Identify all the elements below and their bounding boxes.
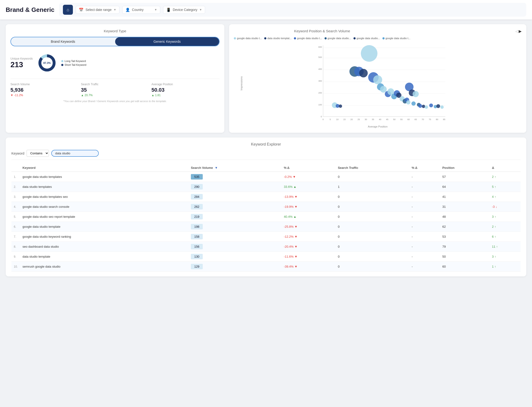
row-sv-change: 33.6% ▲ bbox=[281, 182, 335, 192]
table-body: 1. google data studio templates 535 -0.2… bbox=[11, 172, 521, 272]
main-content: Keyword Type Brand Keywords Generic Keyw… bbox=[0, 19, 532, 281]
row-num: 8. bbox=[11, 242, 20, 252]
search-traffic-label: Search Traffic bbox=[81, 83, 149, 86]
generic-keywords-button[interactable]: Generic Keywords bbox=[115, 37, 219, 46]
row-position: 50 bbox=[440, 252, 490, 262]
row-pos-delta: 2 ↑ bbox=[490, 222, 521, 232]
row-traffic-change: - bbox=[409, 262, 440, 272]
row-traffic-change: - bbox=[409, 202, 440, 212]
legend-item-6: google data studio t... bbox=[382, 37, 410, 40]
location-icon: 👤 bbox=[125, 8, 130, 12]
avg-position-block: Average Position 50.03 ▲ 1.81 bbox=[151, 83, 220, 97]
row-traffic: 0 bbox=[335, 202, 409, 212]
row-num: 3. bbox=[11, 192, 20, 202]
svg-text:50: 50 bbox=[393, 118, 395, 121]
row-search-volume: 290 bbox=[188, 182, 281, 192]
svg-point-55 bbox=[406, 100, 410, 104]
row-traffic: 0 bbox=[335, 242, 409, 252]
svg-point-62 bbox=[422, 105, 425, 108]
prev-arrow[interactable]: ◁ bbox=[515, 29, 518, 33]
row-position: 41 bbox=[440, 192, 490, 202]
home-icon: ⌂ bbox=[67, 7, 69, 12]
svg-text:45: 45 bbox=[386, 118, 388, 121]
chevron-down-icon: ▼ bbox=[114, 8, 116, 11]
table-row: 8. seo dashboard data studio 156 -20.4% … bbox=[11, 242, 521, 252]
row-search-volume: 130 bbox=[188, 252, 281, 262]
row-position: 62 bbox=[440, 222, 490, 232]
top-row: Keyword Type Brand Keywords Generic Keyw… bbox=[6, 24, 526, 133]
row-position: 31 bbox=[440, 202, 490, 212]
device-dropdown[interactable]: 📱 Device Category ▼ bbox=[163, 6, 205, 14]
legend-short-label: Short Tail Keyword bbox=[65, 63, 86, 66]
row-pos-delta: 6 ↑ bbox=[490, 232, 521, 242]
row-traffic: 0 bbox=[335, 222, 409, 232]
svg-point-38 bbox=[339, 104, 342, 108]
row-num: 7. bbox=[11, 232, 20, 242]
row-keyword: google data studio seo report template bbox=[20, 212, 188, 222]
row-traffic-change: - bbox=[409, 172, 440, 182]
page-title: Brand & Generic bbox=[6, 6, 54, 14]
svg-text:15: 15 bbox=[343, 118, 346, 121]
row-sv-change: 40.4% ▲ bbox=[281, 212, 335, 222]
row-search-volume: 284 bbox=[188, 192, 281, 202]
date-range-label: Select date range bbox=[85, 8, 112, 12]
svg-text:85: 85 bbox=[443, 118, 445, 121]
home-button[interactable]: ⌂ bbox=[63, 5, 73, 15]
country-label: Country bbox=[132, 8, 152, 12]
svg-text:55: 55 bbox=[400, 118, 403, 121]
row-search-volume: 156 bbox=[188, 242, 281, 252]
unique-keywords-block: Unique Keywords 213 bbox=[10, 57, 33, 69]
svg-point-67 bbox=[440, 105, 444, 109]
keyword-type-toggle: Brand Keywords Generic Keywords bbox=[10, 37, 220, 46]
search-traffic-change: ▲ 20.7% bbox=[81, 94, 149, 97]
row-sv-change: -0.2% ▼ bbox=[281, 172, 335, 182]
next-arrow[interactable]: ▶ bbox=[519, 29, 522, 33]
svg-point-59 bbox=[413, 91, 419, 97]
svg-text:35: 35 bbox=[372, 118, 374, 121]
svg-text:0: 0 bbox=[321, 115, 322, 118]
row-position: 79 bbox=[440, 242, 490, 252]
table-row: 10. semrush google data studio 129 -39.4… bbox=[11, 262, 521, 272]
row-sv-change: -13.9% ▼ bbox=[281, 192, 335, 202]
row-traffic: 0 bbox=[335, 192, 409, 202]
row-position: 60 bbox=[440, 262, 490, 272]
svg-point-63 bbox=[425, 105, 428, 109]
device-icon: 📱 bbox=[166, 8, 171, 12]
avg-position-change: ▲ 1.81 bbox=[151, 94, 220, 97]
svg-text:80: 80 bbox=[436, 118, 438, 121]
row-pos-delta: 3 ↑ bbox=[490, 252, 521, 262]
chart-wrapper: Impressions 0 100 200 300 400 500 600 bbox=[241, 43, 522, 124]
sort-icon: ▼ bbox=[215, 166, 218, 170]
svg-point-44 bbox=[373, 75, 382, 84]
row-search-volume: 129 bbox=[188, 262, 281, 272]
row-traffic: 0 bbox=[335, 262, 409, 272]
row-position: 53 bbox=[440, 232, 490, 242]
row-traffic-change: - bbox=[409, 212, 440, 222]
row-keyword: google data studio templates seo bbox=[20, 192, 188, 202]
search-volume-block: Search Volume 5,936 ▼ -11.2% bbox=[10, 83, 79, 97]
calendar-icon: 📅 bbox=[79, 8, 84, 12]
col-sv-change: % Δ bbox=[281, 164, 335, 172]
svg-text:500: 500 bbox=[318, 56, 322, 58]
row-keyword: data studio templates bbox=[20, 182, 188, 192]
date-range-dropdown[interactable]: 📅 Select date range ▼ bbox=[76, 6, 119, 14]
explorer-title: Keyword Explorer bbox=[11, 142, 521, 147]
row-num: 1. bbox=[11, 172, 20, 182]
x-axis-label: Average Position bbox=[234, 125, 522, 128]
country-dropdown[interactable]: 👤 Country ▼ bbox=[122, 6, 160, 14]
row-position: 48 bbox=[440, 212, 490, 222]
row-search-volume: 158 bbox=[188, 232, 281, 242]
row-keyword: semrush google data studio bbox=[20, 262, 188, 272]
svg-text:87.3%: 87.3% bbox=[43, 62, 51, 64]
row-pos-delta: 1 ↑ bbox=[490, 262, 521, 272]
filter-value-input[interactable] bbox=[51, 150, 99, 157]
col-search-volume[interactable]: Search Volume ▼ bbox=[188, 164, 281, 172]
filter-type-select[interactable]: Contains bbox=[27, 150, 49, 157]
chevron-down-icon: ▼ bbox=[154, 8, 157, 11]
donut-legend: Long Tail Keyword Short Tail Keyword bbox=[61, 60, 86, 66]
chevron-down-icon: ▼ bbox=[199, 8, 202, 11]
row-traffic-change: - bbox=[409, 242, 440, 252]
brand-keywords-button[interactable]: Brand Keywords bbox=[11, 37, 115, 46]
svg-text:20: 20 bbox=[350, 118, 353, 121]
svg-text:30: 30 bbox=[365, 118, 367, 121]
